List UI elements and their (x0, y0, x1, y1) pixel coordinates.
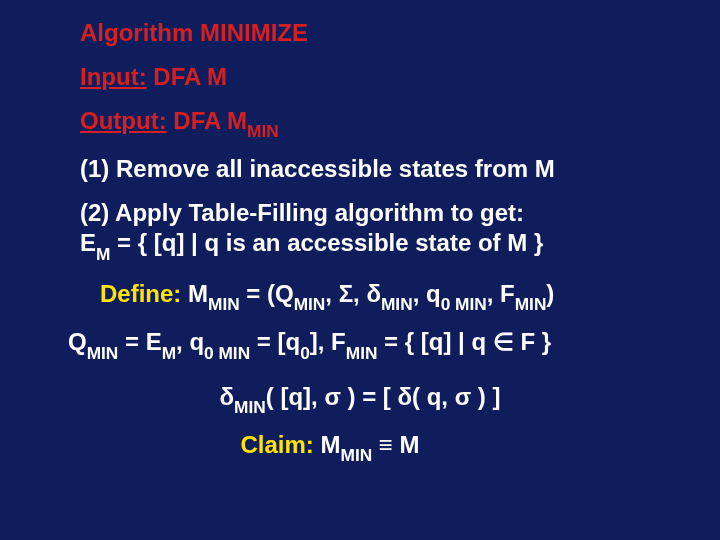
def-s3: MIN (381, 294, 413, 314)
qmin-line: QMIN = EM, q0 MIN = [q0], FMIN = { [q] |… (0, 327, 720, 361)
q-p4: = [q (250, 328, 300, 355)
step2-line1: (2) Apply Table-Filling algorithm to get… (80, 199, 524, 226)
def-s1: MIN (208, 294, 240, 314)
input-line: Input: DFA M (0, 62, 720, 92)
q-p6: = { [q] | q ∈ F } (377, 328, 551, 355)
step-2: (2) Apply Table-Filling algorithm to get… (0, 198, 720, 262)
q-p1: Q (68, 328, 87, 355)
q-s5: MIN (346, 343, 378, 363)
input-label: Input: (80, 63, 147, 90)
input-text: DFA M (147, 63, 227, 90)
q-p5: ], F (310, 328, 346, 355)
step2-e: E (80, 229, 96, 256)
def-s2: MIN (294, 294, 326, 314)
output-line: Output: DFA MMIN (0, 106, 720, 140)
q-s2: M (162, 343, 176, 363)
delta-rest: ( [q], σ ) = [ δ( q, σ ) ] (266, 383, 501, 410)
claim-p2: ≡ M (372, 431, 419, 458)
define-line: Define: MMIN = (QMIN, Σ, δMIN, q0 MIN, F… (0, 279, 720, 313)
q-s4: 0 (300, 343, 310, 363)
output-text-pre: DFA M (167, 107, 247, 134)
def-p4: , q (413, 280, 441, 307)
q-p2: = E (118, 328, 161, 355)
def-p2: = (Q (240, 280, 294, 307)
def-s4: 0 MIN (441, 294, 487, 314)
output-sub: MIN (247, 121, 279, 141)
claim-s1: MIN (341, 445, 373, 465)
claim-p1: M (314, 431, 341, 458)
delta-sym: δ (220, 383, 235, 410)
def-s5: MIN (515, 294, 547, 314)
define-label: Define: (100, 280, 181, 307)
claim-line: Claim: MMIN ≡ M (0, 430, 720, 464)
def-p1: M (181, 280, 208, 307)
define-body: MMIN = (QMIN, Σ, δMIN, q0 MIN, FMIN) (181, 280, 554, 307)
step2-rest: = { [q] | q is an accessible state of M … (110, 229, 543, 256)
q-s1: MIN (87, 343, 119, 363)
step2-sub: M (96, 244, 110, 264)
q-p3: , q (176, 328, 204, 355)
def-p3: , Σ, δ (325, 280, 381, 307)
claim-label: Claim: (240, 431, 313, 458)
delta-line: δMIN( [q], σ ) = [ δ( q, σ ) ] (0, 382, 720, 416)
q-s3: 0 MIN (204, 343, 250, 363)
claim-body: MMIN ≡ M (314, 431, 420, 458)
def-p5: , F (487, 280, 515, 307)
delta-sub: MIN (234, 397, 266, 417)
algorithm-title: Algorithm MINIMIZE (0, 18, 720, 48)
step-1: (1) Remove all inaccessible states from … (0, 154, 720, 184)
def-p6: ) (546, 280, 554, 307)
output-label: Output: (80, 107, 167, 134)
